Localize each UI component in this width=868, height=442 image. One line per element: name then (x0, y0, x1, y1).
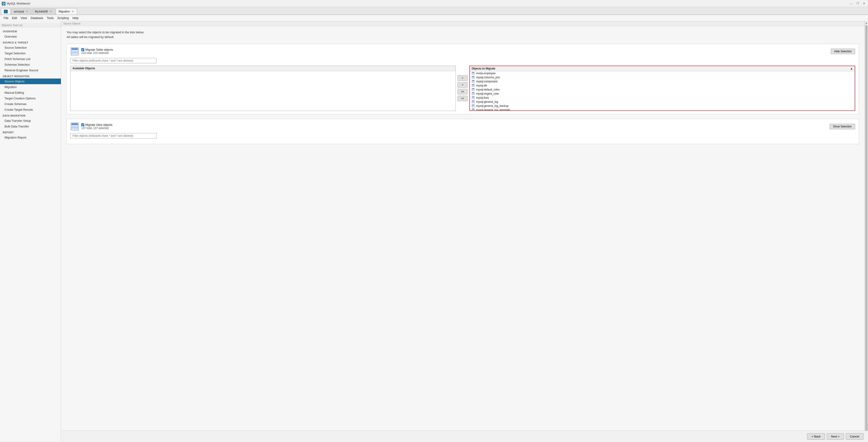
next-button[interactable]: Next > (827, 433, 844, 440)
tab-azmysql[interactable]: azmysql ✕ (11, 8, 31, 14)
app-icon (2, 2, 5, 5)
sidebar-item-create-schemas[interactable]: Create Schemas (0, 101, 61, 107)
list-item[interactable]: moda.employee (470, 71, 855, 75)
list-item[interactable]: mysql.func (470, 96, 855, 100)
main-layout: Migration Task List OVERVIEW Overview SO… (0, 21, 868, 442)
sidebar-item-migration[interactable]: Migration (0, 84, 61, 90)
tab-azmysql-close[interactable]: ✕ (25, 10, 29, 13)
tab-myjolie[interactable]: MyJolieDB ✕ (32, 8, 55, 14)
available-objects-list[interactable]: Available Objects (70, 66, 456, 111)
show-selection-button[interactable]: Show Selection (830, 124, 855, 129)
menu-edit[interactable]: Edit (10, 15, 19, 20)
view-icon (70, 122, 79, 131)
menu-view[interactable]: View (19, 15, 29, 20)
hide-selection-button[interactable]: Hide Selection (831, 49, 855, 54)
migrate-item-4: mysql.default_roles (476, 88, 499, 91)
svg-rect-40 (472, 102, 474, 103)
transfer-right-btn[interactable]: > (458, 75, 467, 81)
svg-rect-23 (472, 85, 474, 86)
menubar: File Edit View Database Tools Scripting … (0, 15, 868, 21)
table-filter-input[interactable] (70, 58, 156, 63)
content-body: You may select the objects to be migrate… (61, 26, 864, 153)
sidebar-item-manual-editing[interactable]: Manual Editing (0, 90, 61, 95)
view-object-header: Migrate View objects 137 total, 137 sele… (70, 122, 855, 131)
transfer-all-right-btn[interactable]: >> (458, 89, 467, 94)
migrate-list-scroll-up[interactable]: ▲ (850, 67, 853, 70)
list-item[interactable]: mysql.columns_priv (470, 75, 855, 80)
sidebar-item-reverse-engineer[interactable]: Reverse Engineer Source (0, 67, 61, 73)
view-migrate-checkbox[interactable] (81, 123, 84, 126)
sidebar-item-schemas-selection[interactable]: Schemas Selection (0, 62, 61, 67)
table-row-icon (472, 108, 475, 111)
sidebar-item-source-objects[interactable]: Source Objects (0, 78, 61, 84)
svg-rect-4 (71, 52, 78, 53)
svg-rect-2 (71, 48, 78, 50)
tab-migration[interactable]: Migration ✕ (56, 8, 77, 14)
sidebar-item-target-creation-options[interactable]: Target Creation Options (0, 95, 61, 101)
close-btn[interactable]: ✕ (862, 1, 866, 6)
menu-file[interactable]: File (2, 15, 10, 20)
sidebar-item-fetch-schemas[interactable]: Fetch Schemas List (0, 56, 61, 62)
menu-scripting[interactable]: Scripting (56, 15, 71, 20)
transfer-all-left-btn[interactable]: << (458, 96, 467, 101)
maximize-btn[interactable]: ❐ (855, 1, 860, 6)
transfer-left-btn[interactable]: < (458, 82, 467, 88)
sidebar-item-source-selection[interactable]: Source Selection (0, 45, 61, 51)
sidebar-item-overview[interactable]: Overview (0, 34, 61, 39)
minimize-btn[interactable]: — (849, 1, 854, 6)
view-objects-section: Migrate View objects 137 total, 137 sele… (67, 119, 859, 144)
menu-tools[interactable]: Tools (45, 15, 56, 20)
sidebar-item-migration-report[interactable]: Migration Report (0, 135, 61, 140)
svg-rect-26 (472, 89, 474, 89)
sidebar-section-data-migration: DATA MIGRATION (0, 113, 61, 118)
tab-myjolie-close[interactable]: ✕ (49, 10, 52, 13)
view-migrate-checkbox-label[interactable]: Migrate View objects (81, 123, 827, 127)
svg-rect-19 (472, 81, 474, 82)
list-item[interactable]: mysql.engine_cost (470, 92, 855, 96)
scrollbar-thumb[interactable] (865, 25, 868, 438)
scroll-up-arrow[interactable]: ▲ (865, 21, 868, 25)
home-icon: ⌂ (4, 10, 8, 13)
view-filter-input[interactable] (70, 133, 156, 138)
svg-rect-38 (472, 101, 474, 101)
svg-rect-53 (71, 129, 78, 130)
sidebar-item-create-target-results[interactable]: Create Target Results (0, 107, 61, 113)
svg-rect-11 (472, 73, 474, 73)
content-panel-title: Source Objects (61, 21, 864, 26)
cancel-button[interactable]: Cancel (846, 433, 864, 440)
migrate-item-8: mysql.general_log_backup (476, 104, 508, 107)
list-item[interactable]: mysql.db (470, 84, 855, 88)
available-objects-header: Available Objects (71, 66, 456, 71)
svg-rect-15 (472, 77, 474, 77)
svg-rect-31 (472, 93, 474, 94)
sidebar-section-overview: OVERVIEW (0, 28, 61, 34)
content-scrollbar[interactable]: ▲ ▼ (864, 21, 868, 442)
table-icon (70, 47, 79, 56)
list-item[interactable]: mysql.general_log_template (470, 108, 855, 111)
list-item[interactable]: mysql.general_log (470, 100, 855, 104)
menu-database[interactable]: Database (29, 15, 45, 20)
migrate-item-2: mysql.component (476, 80, 497, 83)
titlebar: MySQL Workbench — ❐ ✕ (0, 0, 868, 7)
menu-help[interactable]: Help (71, 15, 81, 20)
svg-rect-28 (472, 90, 474, 91)
sidebar-item-data-transfer-setup[interactable]: Data Transfer Setup (0, 118, 61, 124)
tab-home[interactable]: ⌂ (1, 8, 11, 14)
sidebar-section-source-target: SOURCE & TARGET (0, 39, 61, 45)
tab-myjolie-label: MyJolieDB (35, 10, 48, 13)
tab-migration-close[interactable]: ✕ (71, 10, 74, 13)
tabbar: ⌂ azmysql ✕ MyJolieDB ✕ Migration ✕ (0, 7, 868, 15)
list-item[interactable]: mysql.default_roles (470, 88, 855, 92)
table-migrate-checkbox[interactable] (81, 48, 84, 51)
sidebar: Migration Task List OVERVIEW Overview SO… (0, 21, 61, 442)
migrate-objects-list[interactable]: Objects to Migrate ▲ moda.employee (469, 66, 855, 111)
table-migrate-checkbox-label[interactable]: Migrate Table objects (81, 48, 829, 51)
table-row-icon (472, 84, 475, 87)
list-item[interactable]: mysql.component (470, 80, 855, 84)
table-row-icon (472, 88, 475, 91)
sidebar-item-bulk-data-transfer[interactable]: Bulk Data Transfer (0, 124, 61, 129)
back-button[interactable]: < Back (807, 433, 825, 440)
list-item[interactable]: mysql.general_log_backup (470, 104, 855, 108)
sidebar-item-target-selection[interactable]: Target Selection (0, 51, 61, 56)
table-row-icon (472, 100, 475, 103)
